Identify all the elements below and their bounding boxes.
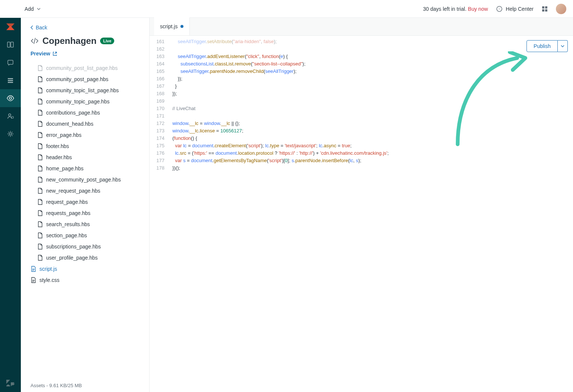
file-item[interactable]: community_post_page.hbs <box>27 74 143 85</box>
assets-footer: Assets - 9.61 KB/25 MB <box>21 378 149 388</box>
rail-settings-icon[interactable] <box>0 125 21 143</box>
file-item[interactable]: community_post_list_page.hbs <box>27 62 143 74</box>
editor-area: script.js 161 seeAllTrigger.setAttribute… <box>150 18 573 392</box>
code-line: 177 var s = document.getElementsByTagNam… <box>150 157 573 164</box>
file-name: community_topic_list_page.hbs <box>46 87 119 93</box>
file-name: new_request_page.hbs <box>46 188 100 194</box>
dirty-indicator-icon <box>180 25 183 28</box>
code-line: 173 window.__lc.license = 10656127; <box>150 127 573 135</box>
code-editor[interactable]: 161 seeAllTrigger.setAttribute("aria-hid… <box>150 36 573 392</box>
code-line: 166 }); <box>150 75 573 83</box>
svg-rect-5 <box>7 42 10 47</box>
code-line: 172 window.__lc = window.__lc || {}; <box>150 120 573 127</box>
code-line: 176 lc.src = ('https:' == document.locat… <box>150 150 573 157</box>
file-list[interactable]: community_post_list_page.hbscommunity_po… <box>27 60 143 378</box>
file-item[interactable]: section_page.hbs <box>27 230 143 241</box>
file-item[interactable]: new_request_page.hbs <box>27 185 143 196</box>
file-name: contributions_page.hbs <box>46 110 100 116</box>
svg-rect-1 <box>542 6 544 9</box>
rail-guide-icon[interactable] <box>0 36 21 54</box>
file-item[interactable]: request_page.hbs <box>27 196 143 208</box>
svg-rect-9 <box>8 80 13 81</box>
tab-script-js[interactable]: script.js <box>154 17 190 35</box>
file-name: error_page.hbs <box>46 132 81 138</box>
file-name: section_page.hbs <box>46 232 87 238</box>
rail-customize-icon[interactable] <box>0 89 21 107</box>
file-name: community_post_page.hbs <box>46 76 108 82</box>
svg-rect-10 <box>8 82 13 83</box>
help-icon <box>496 6 503 12</box>
left-rail <box>0 18 21 392</box>
preview-link[interactable]: Preview <box>31 51 140 57</box>
live-badge: Live <box>100 38 114 44</box>
file-item[interactable]: search_results.hbs <box>27 219 143 230</box>
publish-group: Publish <box>526 40 568 52</box>
code-line: 165 seeAllTrigger.parentNode.removeChild… <box>150 68 573 75</box>
file-item[interactable]: style.css <box>27 274 143 286</box>
file-item[interactable]: document_head.hbs <box>27 118 143 129</box>
file-name: style.css <box>39 277 60 283</box>
back-link[interactable]: Back <box>31 25 140 30</box>
svg-rect-2 <box>545 6 547 9</box>
buy-now-link[interactable]: Buy now <box>468 6 488 12</box>
file-name: community_post_list_page.hbs <box>46 65 118 71</box>
rail-logo[interactable] <box>0 18 21 36</box>
file-item[interactable]: community_topic_page.hbs <box>27 96 143 107</box>
code-line: 175 var lc = document.createElement('scr… <box>150 142 573 150</box>
file-name: new_community_post_page.hbs <box>46 177 121 183</box>
rail-moderate-icon[interactable] <box>0 54 21 71</box>
file-name: user_profile_page.hbs <box>46 255 98 261</box>
file-name: header.hbs <box>46 154 72 160</box>
code-line: 178 })(); <box>150 164 573 172</box>
rail-permissions-icon[interactable] <box>0 107 21 125</box>
publish-button[interactable]: Publish <box>526 40 558 52</box>
svg-rect-4 <box>545 9 547 12</box>
svg-rect-7 <box>8 60 13 64</box>
file-name: requests_page.hbs <box>46 210 90 216</box>
add-label: Add <box>25 6 34 12</box>
file-item[interactable]: home_page.hbs <box>27 163 143 174</box>
topbar: Add 30 days left in trial. Buy now Help … <box>0 0 573 18</box>
file-item[interactable]: subscriptions_page.hbs <box>27 241 143 252</box>
file-name: community_topic_page.hbs <box>46 99 109 105</box>
code-line: 174 (function() { <box>150 135 573 142</box>
file-name: home_page.hbs <box>46 166 83 171</box>
code-line: 171 <box>150 112 573 120</box>
code-line: 162 <box>150 45 573 53</box>
file-item[interactable]: contributions_page.hbs <box>27 107 143 118</box>
external-link-icon <box>52 51 57 56</box>
chevron-down-icon <box>37 7 41 11</box>
svg-rect-6 <box>11 42 13 47</box>
file-item[interactable]: footer.hbs <box>27 141 143 152</box>
publish-dropdown[interactable] <box>558 40 568 52</box>
code-line: 163 seeAllTrigger.addEventListener("clic… <box>150 53 573 60</box>
file-item[interactable]: header.hbs <box>27 152 143 163</box>
add-button[interactable]: Add <box>21 6 44 12</box>
svg-rect-13 <box>12 116 13 118</box>
file-name: script.js <box>39 266 57 272</box>
file-item[interactable]: new_community_post_page.hbs <box>27 174 143 185</box>
code-line: 161 seeAllTrigger.setAttribute("aria-hid… <box>150 38 573 45</box>
apps-icon[interactable] <box>542 6 548 12</box>
svg-rect-8 <box>8 78 13 79</box>
code-line: 164 subsectionsList.classList.remove("se… <box>150 60 573 68</box>
rail-zendesk-logo[interactable] <box>0 374 21 392</box>
svg-rect-3 <box>542 9 544 12</box>
file-item[interactable]: script.js <box>27 263 143 274</box>
avatar[interactable] <box>556 4 566 14</box>
sidebar: Back Copenhagen Live Preview community_p… <box>21 18 150 392</box>
help-center-link[interactable]: Help Center <box>496 6 534 12</box>
file-item[interactable]: community_topic_list_page.hbs <box>27 85 143 96</box>
theme-title: Copenhagen <box>42 36 96 46</box>
code-line: 170 // LiveChat <box>150 105 573 112</box>
file-item[interactable]: error_page.hbs <box>27 129 143 141</box>
file-name: search_results.hbs <box>46 221 90 227</box>
svg-point-12 <box>9 114 11 116</box>
code-icon <box>31 37 39 45</box>
code-line: 169 <box>150 97 573 105</box>
rail-arrange-icon[interactable] <box>0 71 21 89</box>
file-name: document_head.hbs <box>46 121 93 127</box>
chevron-down-icon <box>561 44 564 48</box>
file-item[interactable]: requests_page.hbs <box>27 208 143 219</box>
file-item[interactable]: user_profile_page.hbs <box>27 252 143 263</box>
